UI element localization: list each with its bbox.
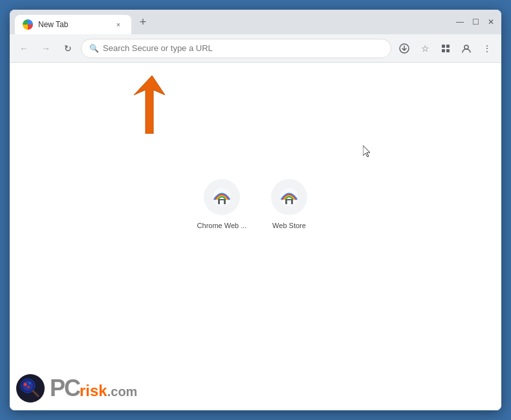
- svg-rect-1: [442, 45, 445, 48]
- shortcut-chrome-web[interactable]: Chrome Web ...: [196, 179, 248, 229]
- svg-point-17: [23, 381, 33, 391]
- shortcut-label-chrome-web: Chrome Web ...: [197, 222, 247, 229]
- tab-area: New Tab × +: [15, 10, 447, 34]
- svg-rect-2: [446, 45, 450, 48]
- menu-button[interactable]: ⋮: [478, 39, 496, 58]
- watermark-text: PC risk .com: [50, 377, 137, 400]
- svg-point-18: [24, 383, 27, 386]
- downloads-icon: [399, 43, 409, 54]
- browser-window: New Tab × + — ☐ ✕ ← → ↻ 🔍 ☆: [10, 10, 501, 410]
- wm-risk-text: risk: [80, 383, 107, 399]
- shortcut-label-web-store: Web Store: [272, 222, 306, 229]
- toolbar-icons: ☆ ⋮: [395, 39, 496, 58]
- svg-marker-7: [363, 145, 370, 157]
- close-button[interactable]: ✕: [486, 17, 496, 26]
- tab-favicon: [23, 19, 33, 30]
- window-controls: — ☐ ✕: [455, 17, 496, 26]
- title-bar: New Tab × + — ☐ ✕: [10, 10, 501, 34]
- profile-button[interactable]: [457, 39, 475, 58]
- wm-pc-text: PC: [50, 377, 80, 400]
- forward-button[interactable]: →: [37, 39, 55, 58]
- svg-point-20: [28, 386, 30, 388]
- svg-rect-11: [220, 200, 224, 204]
- back-button[interactable]: ←: [15, 39, 33, 58]
- shortcut-icon-chrome-web[interactable]: [204, 179, 240, 215]
- profile-icon: [461, 43, 472, 54]
- svg-rect-3: [442, 49, 445, 52]
- downloads-button[interactable]: [395, 39, 413, 58]
- reload-button[interactable]: ↻: [59, 39, 77, 58]
- mouse-cursor: [363, 145, 372, 159]
- toolbar: ← → ↻ 🔍 ☆: [10, 34, 501, 63]
- chrome-webstore-icon-2: [279, 187, 299, 207]
- tab-close-button[interactable]: ×: [113, 19, 124, 30]
- address-bar[interactable]: 🔍: [81, 39, 391, 58]
- svg-rect-4: [446, 49, 450, 52]
- chrome-webstore-icon-1: [212, 187, 232, 207]
- shortcuts-area: Chrome Web ...: [196, 179, 315, 229]
- magnifier-icon: [19, 377, 42, 400]
- svg-marker-6: [134, 76, 165, 134]
- maximize-button[interactable]: ☐: [470, 17, 481, 26]
- svg-point-19: [28, 382, 31, 384]
- minimize-button[interactable]: —: [455, 17, 465, 26]
- arrow-annotation: [113, 76, 165, 134]
- search-icon: 🔍: [89, 44, 99, 53]
- pcrisk-logo: [16, 374, 45, 403]
- svg-rect-15: [287, 200, 291, 204]
- shortcut-icon-web-store[interactable]: [271, 179, 307, 215]
- wm-com-text: .com: [107, 385, 138, 398]
- new-tab-button[interactable]: +: [134, 13, 152, 31]
- tab-title: New Tab: [38, 20, 108, 29]
- active-tab[interactable]: New Tab ×: [15, 15, 131, 34]
- new-tab-page: Chrome Web ...: [10, 63, 501, 410]
- svg-point-5: [464, 45, 468, 49]
- svg-line-21: [33, 391, 38, 396]
- extensions-icon: [440, 43, 451, 54]
- url-input[interactable]: [103, 43, 383, 53]
- watermark: PC risk .com: [16, 374, 137, 403]
- shortcut-web-store[interactable]: Web Store: [263, 179, 315, 229]
- extensions-button[interactable]: [437, 39, 455, 58]
- bookmark-button[interactable]: ☆: [416, 39, 434, 58]
